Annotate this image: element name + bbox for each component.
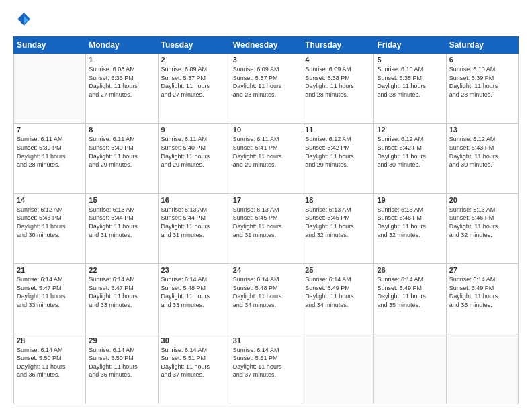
sunrise-text: Sunrise: 6:11 AM <box>161 136 208 142</box>
day-number: 28 <box>17 336 83 345</box>
sunrise-text: Sunrise: 6:14 AM <box>233 347 279 353</box>
daylight-text-1: Daylight: 11 hours <box>305 223 354 230</box>
calendar-cell <box>446 334 518 404</box>
day-number: 30 <box>161 336 227 345</box>
day-info: Sunrise: 6:14 AMSunset: 5:47 PMDaylight:… <box>89 275 154 309</box>
day-info: Sunrise: 6:14 AMSunset: 5:48 PMDaylight:… <box>233 275 299 309</box>
calendar-cell: 19Sunrise: 6:13 AMSunset: 5:46 PMDayligh… <box>374 193 446 263</box>
daylight-text-2: and 33 minutes. <box>89 302 132 308</box>
day-info: Sunrise: 6:12 AMSunset: 5:43 PMDaylight:… <box>17 205 83 239</box>
day-info: Sunrise: 6:11 AMSunset: 5:40 PMDaylight:… <box>161 135 227 169</box>
sunset-text: Sunset: 5:38 PM <box>305 75 350 81</box>
sunrise-text: Sunrise: 6:13 AM <box>89 206 135 213</box>
day-number: 19 <box>377 196 443 204</box>
calendar-cell: 1Sunrise: 6:08 AMSunset: 5:36 PMDaylight… <box>86 54 158 124</box>
col-header-sunday: Sunday <box>14 37 86 54</box>
daylight-text-2: and 30 minutes. <box>377 161 420 168</box>
day-number: 16 <box>161 196 227 204</box>
daylight-text-2: and 37 minutes. <box>161 371 204 378</box>
daylight-text-2: and 35 minutes. <box>449 302 492 308</box>
daylight-text-2: and 32 minutes. <box>377 232 420 238</box>
day-number: 31 <box>233 336 299 345</box>
sunrise-text: Sunrise: 6:11 AM <box>233 136 279 142</box>
sunset-text: Sunset: 5:44 PM <box>161 214 206 221</box>
day-info: Sunrise: 6:12 AMSunset: 5:42 PMDaylight:… <box>305 135 371 169</box>
day-info: Sunrise: 6:14 AMSunset: 5:48 PMDaylight:… <box>161 275 227 309</box>
daylight-text-2: and 28 minutes. <box>233 91 276 98</box>
daylight-text-1: Daylight: 11 hours <box>305 293 354 300</box>
sunrise-text: Sunrise: 6:14 AM <box>17 347 63 353</box>
day-number: 25 <box>305 266 371 274</box>
sunset-text: Sunset: 5:46 PM <box>377 214 422 221</box>
calendar-cell <box>302 334 374 404</box>
sunrise-text: Sunrise: 6:10 AM <box>449 66 496 73</box>
calendar-cell: 18Sunrise: 6:13 AMSunset: 5:45 PMDayligh… <box>302 193 374 263</box>
sunset-text: Sunset: 5:49 PM <box>305 285 350 291</box>
sunrise-text: Sunrise: 6:13 AM <box>233 206 279 213</box>
day-info: Sunrise: 6:09 AMSunset: 5:38 PMDaylight:… <box>305 65 371 99</box>
sunset-text: Sunset: 5:44 PM <box>89 214 134 221</box>
day-info: Sunrise: 6:13 AMSunset: 5:46 PMDaylight:… <box>377 205 443 239</box>
col-header-wednesday: Wednesday <box>230 37 302 54</box>
day-number: 23 <box>161 266 227 274</box>
calendar-cell: 3Sunrise: 6:09 AMSunset: 5:37 PMDaylight… <box>230 54 302 124</box>
sunset-text: Sunset: 5:51 PM <box>233 355 278 361</box>
col-header-monday: Monday <box>86 37 158 54</box>
calendar-cell: 23Sunrise: 6:14 AMSunset: 5:48 PMDayligh… <box>158 264 230 334</box>
calendar-cell: 4Sunrise: 6:09 AMSunset: 5:38 PMDaylight… <box>302 54 374 124</box>
calendar-cell: 22Sunrise: 6:14 AMSunset: 5:47 PMDayligh… <box>86 264 158 334</box>
daylight-text-1: Daylight: 11 hours <box>377 223 426 230</box>
daylight-text-2: and 33 minutes. <box>161 302 204 308</box>
sunset-text: Sunset: 5:40 PM <box>89 144 134 151</box>
day-info: Sunrise: 6:14 AMSunset: 5:49 PMDaylight:… <box>305 275 371 309</box>
daylight-text-2: and 36 minutes. <box>17 371 60 378</box>
calendar-cell: 2Sunrise: 6:09 AMSunset: 5:37 PMDaylight… <box>158 54 230 124</box>
col-header-thursday: Thursday <box>302 37 374 54</box>
day-info: Sunrise: 6:13 AMSunset: 5:44 PMDaylight:… <box>161 205 227 239</box>
day-number: 18 <box>305 196 371 204</box>
col-header-tuesday: Tuesday <box>158 37 230 54</box>
sunset-text: Sunset: 5:45 PM <box>305 214 350 221</box>
daylight-text-1: Daylight: 11 hours <box>233 223 282 230</box>
daylight-text-1: Daylight: 11 hours <box>449 223 498 230</box>
daylight-text-1: Daylight: 11 hours <box>449 293 498 300</box>
sunset-text: Sunset: 5:47 PM <box>17 285 62 291</box>
header <box>13 11 519 30</box>
daylight-text-2: and 31 minutes. <box>233 232 276 238</box>
sunset-text: Sunset: 5:51 PM <box>161 355 206 361</box>
daylight-text-1: Daylight: 11 hours <box>377 83 426 89</box>
day-number: 8 <box>89 126 154 134</box>
sunrise-text: Sunrise: 6:09 AM <box>161 66 208 73</box>
week-row-5: 28Sunrise: 6:14 AMSunset: 5:50 PMDayligh… <box>14 334 519 404</box>
col-header-saturday: Saturday <box>446 37 518 54</box>
daylight-text-1: Daylight: 11 hours <box>161 83 210 89</box>
calendar-cell: 29Sunrise: 6:14 AMSunset: 5:50 PMDayligh… <box>86 334 158 404</box>
daylight-text-1: Daylight: 11 hours <box>17 293 66 300</box>
sunset-text: Sunset: 5:42 PM <box>377 144 422 151</box>
sunset-text: Sunset: 5:43 PM <box>449 144 494 151</box>
daylight-text-2: and 35 minutes. <box>377 302 420 308</box>
day-info: Sunrise: 6:14 AMSunset: 5:49 PMDaylight:… <box>377 275 443 309</box>
sunset-text: Sunset: 5:45 PM <box>233 214 278 221</box>
daylight-text-2: and 34 minutes. <box>233 302 276 308</box>
daylight-text-2: and 28 minutes. <box>377 91 420 98</box>
logo <box>13 11 35 30</box>
sunrise-text: Sunrise: 6:13 AM <box>161 206 208 213</box>
day-number: 11 <box>305 126 371 134</box>
day-info: Sunrise: 6:09 AMSunset: 5:37 PMDaylight:… <box>161 65 227 99</box>
daylight-text-2: and 34 minutes. <box>305 302 348 308</box>
sunset-text: Sunset: 5:38 PM <box>377 75 422 81</box>
sunrise-text: Sunrise: 6:14 AM <box>17 276 63 283</box>
daylight-text-1: Daylight: 11 hours <box>377 293 426 300</box>
day-info: Sunrise: 6:14 AMSunset: 5:50 PMDaylight:… <box>17 346 83 379</box>
day-info: Sunrise: 6:13 AMSunset: 5:44 PMDaylight:… <box>89 205 154 239</box>
calendar-cell: 6Sunrise: 6:10 AMSunset: 5:39 PMDaylight… <box>446 54 518 124</box>
sunrise-text: Sunrise: 6:10 AM <box>377 66 423 73</box>
daylight-text-2: and 29 minutes. <box>233 161 276 168</box>
daylight-text-1: Daylight: 11 hours <box>305 153 354 160</box>
day-info: Sunrise: 6:12 AMSunset: 5:43 PMDaylight:… <box>449 135 515 169</box>
sunrise-text: Sunrise: 6:14 AM <box>377 276 423 283</box>
daylight-text-1: Daylight: 11 hours <box>17 363 66 370</box>
day-info: Sunrise: 6:13 AMSunset: 5:45 PMDaylight:… <box>305 205 371 239</box>
daylight-text-1: Daylight: 11 hours <box>17 223 66 230</box>
